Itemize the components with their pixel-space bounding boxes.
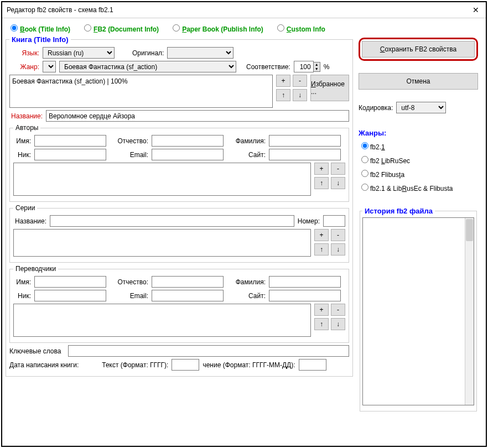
genre-select[interactable]: Боевая Фантастика (sf_action) — [59, 61, 236, 72]
genre-label: Жанр: — [9, 63, 39, 71]
remove-button[interactable]: - — [331, 163, 345, 175]
book-section: Книга (Title Info) Язык: Russian (ru) Ор… — [6, 35, 353, 377]
genre-list[interactable]: Боевая Фантастика (sf_action) | 100% — [9, 75, 273, 108]
favorites-button[interactable]: Избранное ... — [310, 75, 349, 101]
orig-select[interactable] — [167, 47, 233, 59]
keywords-input[interactable] — [68, 345, 349, 357]
genres-header: Жанры: — [359, 129, 478, 137]
translators-group: Переводчики Имя: Отчество: Фамилия: Ник:… — [9, 265, 349, 343]
tab-book[interactable]: Book (Title Info) — [8, 23, 70, 33]
authors-legend: Авторы — [13, 124, 40, 132]
val-fmt-label: чение (Формат: ГГГГ-ММ-ДД): — [203, 361, 295, 369]
trans-nick-input[interactable] — [34, 290, 106, 301]
translators-list[interactable] — [13, 304, 311, 337]
encoding-label: Кодировка: — [359, 104, 393, 112]
trans-fname-label: Имя: — [13, 278, 31, 286]
trans-mname-label: Отчество: — [110, 278, 148, 286]
down-button[interactable]: ↓ — [331, 243, 345, 256]
pct-label: % — [324, 63, 330, 71]
date-input[interactable] — [299, 359, 326, 371]
authors-list[interactable] — [13, 163, 311, 196]
add-button[interactable]: + — [314, 229, 329, 241]
spin-up-icon[interactable]: ▲ — [314, 62, 320, 67]
author-nick-label: Ник: — [13, 151, 31, 159]
author-fname-input[interactable] — [34, 135, 106, 147]
titlebar: Редактор fb2 свойств - схема fb2.1 ✕ — [2, 2, 486, 18]
up-button[interactable]: ↑ — [314, 318, 329, 330]
trans-fname-input[interactable] — [34, 276, 106, 288]
trans-email-input[interactable] — [152, 290, 224, 301]
history-textarea[interactable] — [362, 217, 474, 405]
cancel-button[interactable]: Отмена — [359, 73, 478, 90]
series-title-input[interactable] — [50, 215, 294, 227]
history-group: История fb2 файла — [360, 207, 477, 411]
save-button[interactable]: Сохранить FB2 свойства — [362, 41, 475, 58]
author-email-input[interactable] — [152, 149, 224, 160]
tab-paper[interactable]: Paper Book (Publish Info) — [170, 23, 263, 33]
author-fname-label: Имя: — [13, 137, 31, 145]
remove-button[interactable]: - — [331, 304, 345, 316]
add-button[interactable]: + — [314, 304, 329, 316]
remove-button[interactable]: - — [331, 229, 345, 241]
add-button[interactable]: + — [276, 75, 290, 87]
scrollbar[interactable] — [465, 218, 474, 405]
translators-legend: Переводчики — [13, 265, 58, 273]
trans-mname-input[interactable] — [152, 276, 224, 288]
keywords-label: Ключевые слова — [9, 347, 65, 355]
trans-nick-label: Ник: — [13, 292, 31, 300]
up-button[interactable]: ↑ — [314, 177, 329, 189]
scheme-fb21[interactable]: fb2.1 — [359, 140, 478, 151]
down-button[interactable]: ↓ — [331, 318, 345, 330]
top-tabs: Book (Title Info) FB2 (Document Info) Pa… — [2, 18, 486, 35]
tab-custom[interactable]: Custom Info — [274, 23, 325, 33]
date-written-label: Дата написания книги: — [9, 361, 79, 369]
author-site-input[interactable] — [269, 149, 341, 160]
add-button[interactable]: + — [314, 163, 329, 175]
series-title-label: Название: — [13, 217, 46, 225]
title-input[interactable] — [46, 110, 349, 122]
spin-down-icon[interactable]: ▼ — [314, 67, 320, 71]
title-label: Название: — [9, 112, 43, 120]
window-title: Редактор fb2 свойств - схема fb2.1 — [7, 6, 470, 14]
scheme-combined[interactable]: fb2.1 & LibRusEc & Flibusta — [359, 182, 478, 192]
author-site-label: Сайт: — [227, 151, 266, 159]
lang-label: Язык: — [9, 49, 39, 57]
author-nick-input[interactable] — [34, 149, 106, 160]
orig-label: Оригинал: — [132, 49, 164, 57]
series-group: Серии Название: Номер: +- ↑↓ — [9, 204, 349, 263]
genre-group-select[interactable] — [43, 61, 56, 72]
up-button[interactable]: ↑ — [276, 89, 290, 101]
close-icon[interactable]: ✕ — [470, 4, 481, 15]
author-mname-label: Отчество: — [110, 137, 148, 145]
series-num-input[interactable] — [323, 215, 345, 227]
save-highlight: Сохранить FB2 свойства — [359, 38, 478, 61]
trans-lname-label: Фамилия: — [227, 278, 266, 286]
up-button[interactable]: ↑ — [314, 243, 329, 256]
remove-button[interactable]: - — [293, 75, 307, 87]
scroll-thumb[interactable] — [466, 219, 473, 241]
trans-site-label: Сайт: — [227, 292, 266, 300]
match-label: Соответствие: — [246, 63, 290, 71]
series-list[interactable] — [13, 229, 311, 257]
authors-group: Авторы Имя: Отчество: Фамилия: Ник: Emai… — [9, 124, 349, 202]
lang-select[interactable]: Russian (ru) — [43, 47, 115, 59]
genre-list-item[interactable]: Боевая Фантастика (sf_action) | 100% — [12, 77, 270, 85]
author-lname-label: Фамилия: — [227, 137, 266, 145]
author-email-label: Email: — [110, 151, 148, 159]
tab-fb2[interactable]: FB2 (Document Info) — [81, 23, 159, 33]
down-button[interactable]: ↓ — [293, 89, 307, 101]
year-input[interactable] — [172, 359, 199, 371]
series-legend: Серии — [13, 204, 37, 212]
scheme-librusec[interactable]: fb2 LibRuSec — [359, 154, 478, 165]
encoding-select[interactable]: utf-8 — [396, 102, 446, 113]
text-fmt-label: Текст (Формат: ГГГГ): — [102, 361, 168, 369]
scheme-flibusta[interactable]: fb2 Flibusta — [359, 168, 478, 179]
trans-email-label: Email: — [110, 292, 148, 300]
trans-site-input[interactable] — [269, 290, 341, 301]
genre-scheme-radios: fb2.1 fb2 LibRuSec fb2 Flibusta fb2.1 & … — [359, 140, 478, 192]
down-button[interactable]: ↓ — [331, 177, 345, 189]
match-spinner[interactable]: ▲▼ — [294, 61, 320, 72]
author-lname-input[interactable] — [269, 135, 341, 147]
author-mname-input[interactable] — [152, 135, 224, 147]
trans-lname-input[interactable] — [269, 276, 341, 288]
